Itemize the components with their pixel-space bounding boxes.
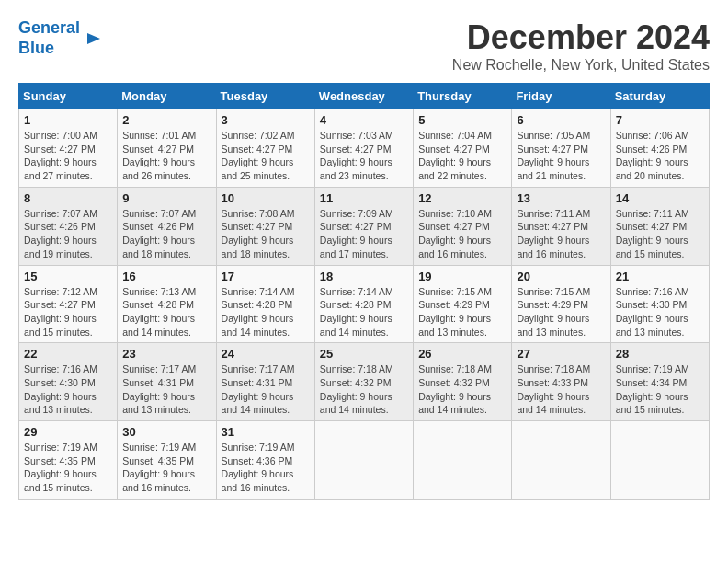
calendar-day-cell — [414, 421, 512, 500]
day-info: Sunrise: 7:18 AM Sunset: 4:32 PM Dayligh… — [320, 362, 408, 417]
day-info: Sunrise: 7:19 AM Sunset: 4:36 PM Dayligh… — [222, 441, 310, 495]
calendar-title: December 2024 — [452, 18, 710, 57]
calendar-day-cell: 28Sunrise: 7:19 AM Sunset: 4:34 PM Dayli… — [610, 343, 709, 421]
day-number: 22 — [24, 347, 112, 361]
day-info: Sunrise: 7:09 AM Sunset: 4:27 PM Dayligh… — [320, 207, 408, 261]
calendar-header-cell: Wednesday — [314, 84, 413, 109]
day-number: 11 — [320, 191, 408, 205]
day-number: 15 — [24, 270, 112, 283]
day-number: 12 — [418, 191, 506, 205]
calendar-day-cell: 6Sunrise: 7:05 AM Sunset: 4:27 PM Daylig… — [512, 109, 610, 188]
calendar-day-cell: 20Sunrise: 7:15 AM Sunset: 4:29 PM Dayli… — [512, 265, 610, 343]
calendar-day-cell: 12Sunrise: 7:10 AM Sunset: 4:27 PM Dayli… — [414, 187, 512, 265]
day-info: Sunrise: 7:11 AM Sunset: 4:27 PM Dayligh… — [517, 207, 605, 261]
calendar-day-cell: 30Sunrise: 7:19 AM Sunset: 4:35 PM Dayli… — [118, 421, 216, 500]
calendar-day-cell: 18Sunrise: 7:14 AM Sunset: 4:28 PM Dayli… — [314, 265, 413, 343]
day-number: 20 — [517, 270, 605, 283]
day-info: Sunrise: 7:05 AM Sunset: 4:27 PM Dayligh… — [517, 129, 605, 183]
day-number: 19 — [418, 270, 506, 283]
calendar-week-row: 15Sunrise: 7:12 AM Sunset: 4:27 PM Dayli… — [19, 265, 710, 343]
calendar-day-cell — [512, 421, 610, 500]
day-info: Sunrise: 7:16 AM Sunset: 4:30 PM Dayligh… — [616, 285, 704, 339]
calendar-header-cell: Tuesday — [216, 84, 314, 109]
day-info: Sunrise: 7:01 AM Sunset: 4:27 PM Dayligh… — [122, 129, 210, 183]
calendar-header-cell: Thursday — [414, 84, 512, 109]
logo: GeneralBlue — [18, 18, 102, 58]
day-number: 4 — [320, 113, 408, 127]
day-info: Sunrise: 7:14 AM Sunset: 4:28 PM Dayligh… — [222, 285, 310, 339]
calendar-day-cell: 19Sunrise: 7:15 AM Sunset: 4:29 PM Dayli… — [414, 265, 512, 343]
day-info: Sunrise: 7:15 AM Sunset: 4:29 PM Dayligh… — [517, 285, 605, 339]
calendar-body: 1Sunrise: 7:00 AM Sunset: 4:27 PM Daylig… — [19, 109, 710, 500]
calendar-day-cell: 23Sunrise: 7:17 AM Sunset: 4:31 PM Dayli… — [118, 343, 216, 421]
day-info: Sunrise: 7:12 AM Sunset: 4:27 PM Dayligh… — [24, 285, 112, 339]
day-info: Sunrise: 7:14 AM Sunset: 4:28 PM Dayligh… — [320, 285, 408, 339]
calendar-day-cell: 26Sunrise: 7:18 AM Sunset: 4:32 PM Dayli… — [414, 343, 512, 421]
calendar-day-cell — [610, 421, 709, 500]
logo-icon — [84, 29, 102, 48]
day-info: Sunrise: 7:15 AM Sunset: 4:29 PM Dayligh… — [418, 285, 506, 339]
day-number: 2 — [122, 113, 210, 127]
calendar-header-cell: Sunday — [19, 84, 118, 109]
day-number: 30 — [122, 425, 210, 439]
calendar-day-cell: 3Sunrise: 7:02 AM Sunset: 4:27 PM Daylig… — [216, 109, 314, 188]
day-number: 1 — [24, 113, 112, 127]
calendar-header-cell: Saturday — [610, 84, 709, 109]
calendar-header-row: SundayMondayTuesdayWednesdayThursdayFrid… — [19, 84, 710, 109]
day-number: 7 — [616, 113, 704, 127]
calendar-day-cell: 2Sunrise: 7:01 AM Sunset: 4:27 PM Daylig… — [118, 109, 216, 188]
calendar-day-cell: 8Sunrise: 7:07 AM Sunset: 4:26 PM Daylig… — [19, 187, 118, 265]
calendar-day-cell: 22Sunrise: 7:16 AM Sunset: 4:30 PM Dayli… — [19, 343, 118, 421]
day-info: Sunrise: 7:16 AM Sunset: 4:30 PM Dayligh… — [24, 362, 112, 417]
day-info: Sunrise: 7:06 AM Sunset: 4:26 PM Dayligh… — [616, 129, 704, 183]
day-number: 28 — [616, 347, 704, 361]
day-info: Sunrise: 7:13 AM Sunset: 4:28 PM Dayligh… — [122, 285, 210, 339]
calendar-day-cell: 21Sunrise: 7:16 AM Sunset: 4:30 PM Dayli… — [610, 265, 709, 343]
day-info: Sunrise: 7:00 AM Sunset: 4:27 PM Dayligh… — [24, 129, 112, 183]
day-number: 10 — [222, 191, 310, 205]
day-number: 23 — [122, 347, 210, 361]
day-number: 5 — [418, 113, 506, 127]
day-info: Sunrise: 7:18 AM Sunset: 4:32 PM Dayligh… — [418, 362, 506, 417]
calendar-week-row: 8Sunrise: 7:07 AM Sunset: 4:26 PM Daylig… — [19, 187, 710, 265]
logo-text: GeneralBlue — [18, 18, 80, 58]
day-info: Sunrise: 7:19 AM Sunset: 4:34 PM Dayligh… — [616, 362, 704, 417]
calendar-day-cell: 4Sunrise: 7:03 AM Sunset: 4:27 PM Daylig… — [314, 109, 413, 188]
calendar-day-cell: 10Sunrise: 7:08 AM Sunset: 4:27 PM Dayli… — [216, 187, 314, 265]
calendar-week-row: 22Sunrise: 7:16 AM Sunset: 4:30 PM Dayli… — [19, 343, 710, 421]
day-info: Sunrise: 7:11 AM Sunset: 4:27 PM Dayligh… — [616, 207, 704, 261]
day-number: 26 — [418, 347, 506, 361]
calendar-day-cell: 9Sunrise: 7:07 AM Sunset: 4:26 PM Daylig… — [118, 187, 216, 265]
day-number: 14 — [616, 191, 704, 205]
calendar-header-cell: Friday — [512, 84, 610, 109]
day-number: 16 — [122, 270, 210, 283]
calendar-day-cell: 13Sunrise: 7:11 AM Sunset: 4:27 PM Dayli… — [512, 187, 610, 265]
title-section: December 2024 New Rochelle, New York, Un… — [452, 18, 710, 74]
day-number: 25 — [320, 347, 408, 361]
day-number: 31 — [222, 425, 310, 439]
calendar-day-cell: 31Sunrise: 7:19 AM Sunset: 4:36 PM Dayli… — [216, 421, 314, 500]
day-number: 6 — [517, 113, 605, 127]
day-info: Sunrise: 7:17 AM Sunset: 4:31 PM Dayligh… — [122, 362, 210, 417]
day-info: Sunrise: 7:19 AM Sunset: 4:35 PM Dayligh… — [24, 441, 112, 495]
calendar-day-cell: 7Sunrise: 7:06 AM Sunset: 4:26 PM Daylig… — [610, 109, 709, 188]
day-info: Sunrise: 7:17 AM Sunset: 4:31 PM Dayligh… — [222, 362, 310, 417]
calendar-day-cell — [314, 421, 413, 500]
day-info: Sunrise: 7:04 AM Sunset: 4:27 PM Dayligh… — [418, 129, 506, 183]
day-number: 8 — [24, 191, 112, 205]
calendar-day-cell: 5Sunrise: 7:04 AM Sunset: 4:27 PM Daylig… — [414, 109, 512, 188]
day-number: 3 — [222, 113, 310, 127]
calendar-day-cell: 27Sunrise: 7:18 AM Sunset: 4:33 PM Dayli… — [512, 343, 610, 421]
day-number: 18 — [320, 270, 408, 283]
calendar-header-cell: Monday — [118, 84, 216, 109]
svg-marker-0 — [87, 33, 100, 44]
day-number: 29 — [24, 425, 112, 439]
calendar-week-row: 29Sunrise: 7:19 AM Sunset: 4:35 PM Dayli… — [19, 421, 710, 500]
day-info: Sunrise: 7:08 AM Sunset: 4:27 PM Dayligh… — [222, 207, 310, 261]
calendar-day-cell: 15Sunrise: 7:12 AM Sunset: 4:27 PM Dayli… — [19, 265, 118, 343]
calendar-day-cell: 16Sunrise: 7:13 AM Sunset: 4:28 PM Dayli… — [118, 265, 216, 343]
day-number: 9 — [122, 191, 210, 205]
calendar-day-cell: 14Sunrise: 7:11 AM Sunset: 4:27 PM Dayli… — [610, 187, 709, 265]
day-info: Sunrise: 7:07 AM Sunset: 4:26 PM Dayligh… — [24, 207, 112, 261]
day-info: Sunrise: 7:07 AM Sunset: 4:26 PM Dayligh… — [122, 207, 210, 261]
